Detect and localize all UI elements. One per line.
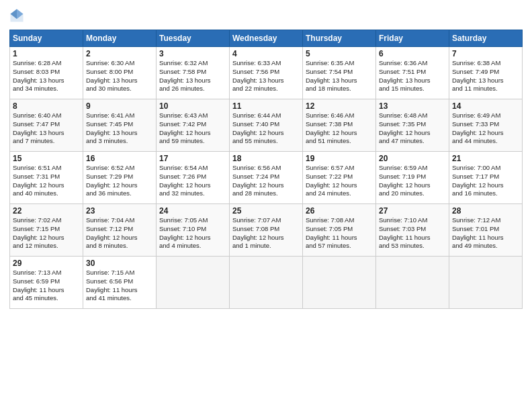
day-cell: 6Sunrise: 6:36 AMSunset: 7:51 PMDaylight… <box>376 47 449 99</box>
day-cell: 29Sunrise: 7:13 AMSunset: 6:59 PMDayligh… <box>10 257 83 309</box>
day-cell: 9Sunrise: 6:41 AMSunset: 7:45 PMDaylight… <box>83 99 157 152</box>
day-number: 3 <box>159 49 226 58</box>
col-wednesday: Wednesday <box>230 30 303 47</box>
day-info: Sunrise: 6:49 AMSunset: 7:33 PMDaylight:… <box>452 111 519 146</box>
day-number: 15 <box>13 154 80 163</box>
day-info: Sunrise: 6:33 AMSunset: 7:56 PMDaylight:… <box>232 59 300 93</box>
day-info: Sunrise: 6:30 AMSunset: 8:00 PMDaylight:… <box>86 59 153 93</box>
day-cell: 30Sunrise: 7:15 AMSunset: 6:56 PMDayligh… <box>83 257 157 309</box>
day-number: 1 <box>13 49 80 58</box>
logo-icon <box>9 8 24 23</box>
day-number: 23 <box>86 206 153 216</box>
header-row: Sunday Monday Tuesday Wednesday Thursday… <box>10 30 523 47</box>
day-number: 20 <box>379 154 446 163</box>
day-info: Sunrise: 6:32 AMSunset: 7:58 PMDaylight:… <box>159 59 226 93</box>
day-cell: 4Sunrise: 6:33 AMSunset: 7:56 PMDaylight… <box>230 47 303 99</box>
day-info: Sunrise: 6:51 AMSunset: 7:31 PMDaylight:… <box>13 164 80 198</box>
day-cell: 27Sunrise: 7:10 AMSunset: 7:03 PMDayligh… <box>376 204 449 257</box>
empty-cell <box>376 257 449 309</box>
calendar-week-row: 29Sunrise: 7:13 AMSunset: 6:59 PMDayligh… <box>10 257 523 309</box>
day-number: 11 <box>232 101 300 111</box>
day-number: 14 <box>452 101 519 111</box>
day-number: 26 <box>306 206 373 216</box>
day-info: Sunrise: 6:54 AMSunset: 7:26 PMDaylight:… <box>159 164 226 198</box>
empty-cell <box>230 257 303 309</box>
day-info: Sunrise: 6:36 AMSunset: 7:51 PMDaylight:… <box>379 59 446 93</box>
day-cell: 10Sunrise: 6:43 AMSunset: 7:42 PMDayligh… <box>157 99 230 152</box>
calendar-week-row: 1Sunrise: 6:28 AMSunset: 8:03 PMDaylight… <box>10 47 523 99</box>
empty-cell <box>157 257 230 309</box>
day-cell: 21Sunrise: 7:00 AMSunset: 7:17 PMDayligh… <box>449 152 523 204</box>
empty-cell <box>449 257 523 309</box>
day-cell: 15Sunrise: 6:51 AMSunset: 7:31 PMDayligh… <box>10 152 83 204</box>
day-cell: 25Sunrise: 7:07 AMSunset: 7:08 PMDayligh… <box>230 204 303 257</box>
day-cell: 13Sunrise: 6:48 AMSunset: 7:35 PMDayligh… <box>376 99 449 152</box>
day-cell: 28Sunrise: 7:12 AMSunset: 7:01 PMDayligh… <box>449 204 523 257</box>
main-container: Sunday Monday Tuesday Wednesday Thursday… <box>0 0 532 316</box>
day-number: 16 <box>86 154 153 163</box>
day-number: 22 <box>13 206 80 216</box>
day-cell: 14Sunrise: 6:49 AMSunset: 7:33 PMDayligh… <box>449 99 523 152</box>
day-number: 19 <box>306 154 373 163</box>
day-number: 6 <box>379 49 446 58</box>
day-number: 8 <box>13 101 80 111</box>
day-info: Sunrise: 6:44 AMSunset: 7:40 PMDaylight:… <box>232 111 300 146</box>
day-info: Sunrise: 6:48 AMSunset: 7:35 PMDaylight:… <box>379 111 446 146</box>
day-info: Sunrise: 6:56 AMSunset: 7:24 PMDaylight:… <box>232 164 300 198</box>
day-info: Sunrise: 6:57 AMSunset: 7:22 PMDaylight:… <box>306 164 373 198</box>
day-info: Sunrise: 6:41 AMSunset: 7:45 PMDaylight:… <box>86 111 153 146</box>
day-info: Sunrise: 7:00 AMSunset: 7:17 PMDaylight:… <box>452 164 519 198</box>
day-number: 9 <box>86 101 153 111</box>
day-info: Sunrise: 7:04 AMSunset: 7:12 PMDaylight:… <box>86 216 153 250</box>
day-number: 7 <box>452 49 519 58</box>
logo <box>9 7 26 26</box>
day-number: 25 <box>232 206 300 216</box>
day-cell: 7Sunrise: 6:38 AMSunset: 7:49 PMDaylight… <box>449 47 523 99</box>
day-info: Sunrise: 6:43 AMSunset: 7:42 PMDaylight:… <box>159 111 226 146</box>
day-info: Sunrise: 7:02 AMSunset: 7:15 PMDaylight:… <box>13 216 80 250</box>
day-cell: 12Sunrise: 6:46 AMSunset: 7:38 PMDayligh… <box>303 99 376 152</box>
day-info: Sunrise: 6:40 AMSunset: 7:47 PMDaylight:… <box>13 111 80 146</box>
empty-cell <box>303 257 376 309</box>
day-number: 4 <box>232 49 300 58</box>
day-number: 13 <box>379 101 446 111</box>
day-cell: 19Sunrise: 6:57 AMSunset: 7:22 PMDayligh… <box>303 152 376 204</box>
day-number: 28 <box>452 206 519 216</box>
calendar-week-row: 22Sunrise: 7:02 AMSunset: 7:15 PMDayligh… <box>10 204 523 257</box>
day-number: 24 <box>159 206 226 216</box>
col-saturday: Saturday <box>449 30 523 47</box>
calendar-week-row: 8Sunrise: 6:40 AMSunset: 7:47 PMDaylight… <box>10 99 523 152</box>
day-cell: 23Sunrise: 7:04 AMSunset: 7:12 PMDayligh… <box>83 204 157 257</box>
day-info: Sunrise: 7:07 AMSunset: 7:08 PMDaylight:… <box>232 216 300 250</box>
day-number: 12 <box>306 101 373 111</box>
day-cell: 18Sunrise: 6:56 AMSunset: 7:24 PMDayligh… <box>230 152 303 204</box>
day-info: Sunrise: 6:52 AMSunset: 7:29 PMDaylight:… <box>86 164 153 198</box>
day-info: Sunrise: 6:28 AMSunset: 8:03 PMDaylight:… <box>13 59 80 93</box>
day-info: Sunrise: 6:59 AMSunset: 7:19 PMDaylight:… <box>379 164 446 198</box>
day-number: 5 <box>306 49 373 58</box>
day-number: 30 <box>86 259 153 268</box>
col-monday: Monday <box>83 30 157 47</box>
day-info: Sunrise: 6:35 AMSunset: 7:54 PMDaylight:… <box>306 59 373 93</box>
day-cell: 26Sunrise: 7:08 AMSunset: 7:05 PMDayligh… <box>303 204 376 257</box>
day-info: Sunrise: 6:46 AMSunset: 7:38 PMDaylight:… <box>306 111 373 146</box>
day-number: 17 <box>159 154 226 163</box>
header <box>9 7 523 26</box>
day-cell: 5Sunrise: 6:35 AMSunset: 7:54 PMDaylight… <box>303 47 376 99</box>
day-info: Sunrise: 6:38 AMSunset: 7:49 PMDaylight:… <box>452 59 519 93</box>
day-number: 2 <box>86 49 153 58</box>
day-number: 18 <box>232 154 300 163</box>
day-info: Sunrise: 7:10 AMSunset: 7:03 PMDaylight:… <box>379 216 446 250</box>
day-number: 29 <box>13 259 80 268</box>
col-sunday: Sunday <box>10 30 83 47</box>
day-cell: 8Sunrise: 6:40 AMSunset: 7:47 PMDaylight… <box>10 99 83 152</box>
day-cell: 20Sunrise: 6:59 AMSunset: 7:19 PMDayligh… <box>376 152 449 204</box>
calendar-table: Sunday Monday Tuesday Wednesday Thursday… <box>9 30 523 309</box>
day-cell: 16Sunrise: 6:52 AMSunset: 7:29 PMDayligh… <box>83 152 157 204</box>
day-cell: 3Sunrise: 6:32 AMSunset: 7:58 PMDaylight… <box>157 47 230 99</box>
day-info: Sunrise: 7:12 AMSunset: 7:01 PMDaylight:… <box>452 216 519 250</box>
day-number: 21 <box>452 154 519 163</box>
day-cell: 1Sunrise: 6:28 AMSunset: 8:03 PMDaylight… <box>10 47 83 99</box>
day-cell: 2Sunrise: 6:30 AMSunset: 8:00 PMDaylight… <box>83 47 157 99</box>
col-tuesday: Tuesday <box>157 30 230 47</box>
